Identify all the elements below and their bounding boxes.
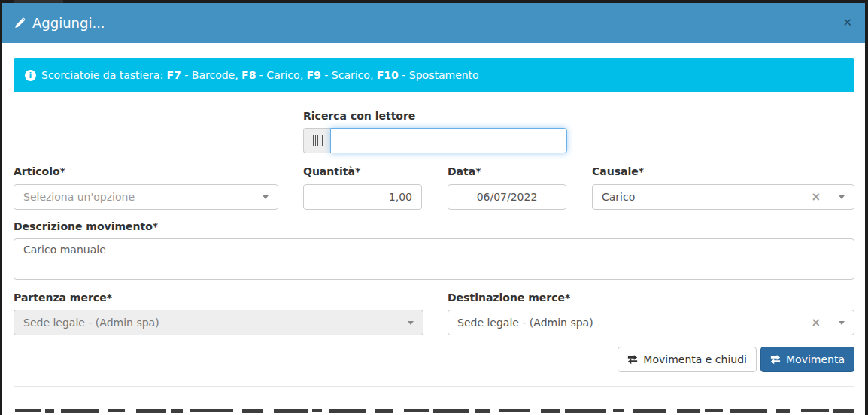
clipped-text-row [15,409,854,415]
barcode-search-group [303,128,567,153]
shortcuts-text: Scorciatoie da tastiera: F7 - Barcode, F… [41,69,479,81]
modal-title: Aggiungi... [32,15,105,31]
page-backdrop: Aggiungi... ✕ i Scorciatoie da tastiera:… [0,0,868,415]
close-icon[interactable]: ✕ [842,17,852,29]
exchange-icon [627,354,638,365]
quantita-input[interactable] [303,184,422,210]
quantita-label: Quantità* [303,165,360,178]
descrizione-textarea[interactable]: Carico manuale [14,238,854,280]
keyboard-shortcuts-banner: i Scorciatoie da tastiera: F7 - Barcode,… [14,58,854,92]
articolo-select[interactable]: Seleziona un'opzione [14,184,278,210]
clear-icon[interactable]: × [811,192,821,203]
barcode-search-input[interactable] [330,128,567,153]
pencil-icon [14,17,26,29]
chevron-down-icon [839,321,845,325]
articolo-label: Articolo* [14,165,65,178]
modal-footer-buttons: Movimenta e chiudi Movimenta [618,347,854,372]
button-label: Movimenta e chiudi [643,353,747,365]
clear-icon[interactable]: × [811,317,821,329]
info-circle-icon: i [25,70,36,81]
partenza-label: Partenza merce* [14,292,112,304]
destinazione-select[interactable]: Sede legale - (Admin spa) × [448,310,854,335]
chevron-down-icon [839,195,845,199]
destinazione-value: Sede legale - (Admin spa) [457,317,805,329]
barcode-icon [311,135,323,146]
chevron-down-icon [408,321,414,325]
barcode-search-label: Ricerca con lettore [303,110,415,123]
modal-header: Aggiungi... ✕ [2,3,865,43]
movimenta-button[interactable]: Movimenta [760,347,854,372]
data-input[interactable] [448,184,566,210]
causale-label: Causale* [592,165,644,178]
causale-select[interactable]: Carico × [592,184,854,210]
destinazione-label: Destinazione merce* [448,292,570,304]
add-movement-modal: Aggiungi... ✕ i Scorciatoie da tastiera:… [2,3,865,415]
barcode-addon [303,128,330,153]
descrizione-label: Descrizione movimento* [14,220,158,233]
partenza-select: Sede legale - (Admin spa) [14,310,423,335]
footer-divider [14,386,854,387]
button-label: Movimenta [786,353,845,365]
partenza-value: Sede legale - (Admin spa) [23,317,402,329]
exchange-icon [770,354,781,365]
chevron-down-icon [263,195,269,199]
movimenta-e-chiudi-button[interactable]: Movimenta e chiudi [618,347,757,372]
causale-value: Carico [602,191,805,203]
data-label: Data* [448,165,481,178]
articolo-placeholder: Seleziona un'opzione [23,191,256,203]
